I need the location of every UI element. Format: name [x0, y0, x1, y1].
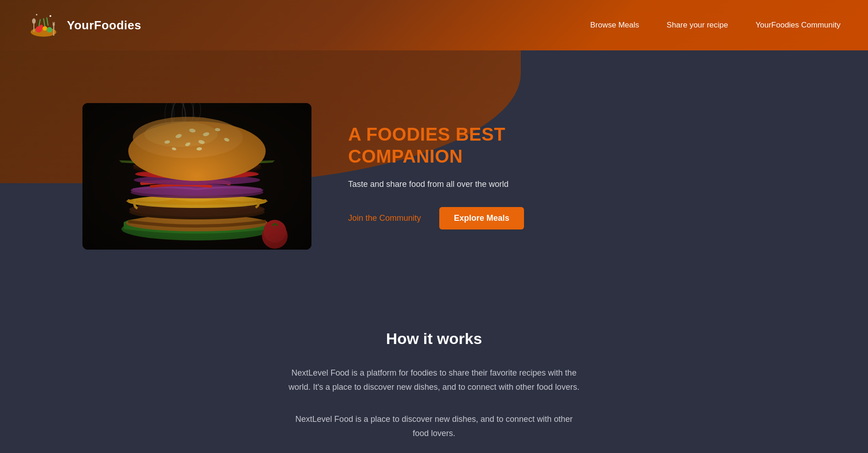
svg-point-3 — [47, 27, 52, 33]
svg-line-6 — [39, 19, 40, 26]
svg-line-5 — [44, 18, 45, 27]
main-nav: Browse Meals Share your recipe YourFoodi… — [590, 21, 841, 30]
svg-point-14 — [36, 14, 38, 16]
header: YourFoodies Browse Meals Share your reci… — [0, 0, 868, 50]
svg-point-2 — [43, 26, 47, 31]
how-it-works-section: How it works NextLevel Food is a platfor… — [0, 302, 868, 453]
section-title: How it works — [82, 330, 786, 348]
svg-rect-10 — [54, 22, 55, 26]
hero-subtitle: Taste and share food from all over the w… — [348, 178, 600, 191]
hero-content: A FOODIES BEST COMPANION Taste and share… — [348, 123, 600, 229]
join-community-link[interactable]: Join the Community — [348, 213, 421, 223]
hero-burger-image — [82, 103, 311, 250]
nav-community[interactable]: YourFoodies Community — [755, 21, 841, 30]
burger-svg — [82, 103, 311, 250]
hero-title: A FOODIES BEST COMPANION — [348, 123, 600, 167]
svg-rect-9 — [53, 22, 54, 26]
logo-area: YourFoodies — [27, 9, 590, 41]
svg-rect-47 — [82, 103, 311, 250]
svg-rect-12 — [33, 23, 34, 32]
logo-icon — [27, 9, 60, 41]
nav-share-recipe[interactable]: Share your recipe — [666, 21, 728, 30]
hero-section: A FOODIES BEST COMPANION Taste and share… — [0, 50, 868, 302]
explore-meals-button[interactable]: Explore Meals — [439, 207, 524, 229]
section-paragraph-2: NextLevel Food is a place to discover ne… — [288, 412, 581, 440]
brand-name: YourFoodies — [67, 18, 141, 33]
hero-actions: Join the Community Explore Meals — [348, 207, 600, 229]
svg-point-13 — [49, 15, 51, 17]
hero-image-container — [82, 103, 311, 250]
nav-browse-meals[interactable]: Browse Meals — [590, 21, 639, 30]
svg-line-7 — [47, 17, 48, 26]
section-paragraph-1: NextLevel Food is a platform for foodies… — [288, 366, 581, 394]
svg-point-4 — [39, 25, 43, 28]
